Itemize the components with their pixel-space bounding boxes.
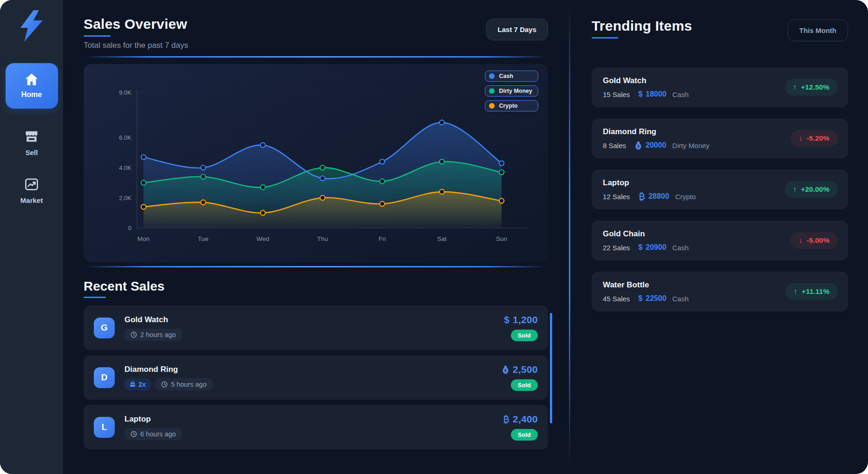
svg-text:2.0K: 2.0K [119, 195, 131, 201]
arrow-up-icon: ↑ [793, 83, 797, 91]
trending-item-meta: 12 Sales 28800 Crypto [603, 192, 696, 201]
bitcoin-icon [638, 192, 645, 201]
trending-amount: $ 18000 [638, 90, 666, 98]
recent-sale-row[interactable]: G Gold Watch 2 hours ago $ 1,200 Sold [84, 305, 548, 350]
svg-text:4.0K: 4.0K [119, 164, 131, 171]
trending-item-info: Water Bottle 45 Sales $ 22500 Cash [603, 280, 689, 303]
sale-item-name: Diamond Ring [124, 365, 502, 374]
change-badge: ↓ -5.20% [790, 130, 838, 147]
trending-item-meta: 22 Sales $ 20900 Cash [603, 243, 689, 252]
sale-info: Laptop 6 hours ago [124, 415, 503, 440]
trending-period-button[interactable]: This Month [788, 19, 848, 41]
trending-item-name: Gold Chain [603, 229, 689, 239]
money-bag-icon: $ [502, 365, 509, 374]
item-avatar: L [94, 417, 115, 438]
svg-text:Tue: Tue [198, 235, 209, 242]
trending-item-row[interactable]: Water Bottle 45 Sales $ 22500 Cash ↑ +11… [592, 272, 848, 312]
trending-item-name: Laptop [603, 178, 696, 188]
svg-text:Mon: Mon [137, 235, 150, 242]
dollar-icon: $ [638, 243, 642, 252]
sidebar-item-market[interactable]: Market [6, 178, 58, 204]
clock-icon [131, 331, 137, 338]
change-badge: ↑ +12.50% [785, 79, 838, 96]
sales-line-chart[interactable]: 02.0K4.0K6.0K9.0KMonTueWedThuFriSatSun [84, 64, 548, 262]
sale-item-name: Laptop [124, 415, 503, 424]
trending-item-row[interactable]: Diamond Ring 8 Sales $ 20000 Dirty Money… [592, 118, 848, 158]
svg-text:9.0K: 9.0K [119, 89, 131, 96]
change-badge: ↑ +20.00% [785, 181, 838, 198]
recent-list-scrollbar[interactable] [550, 313, 552, 423]
sidebar-item-home[interactable]: Home [6, 63, 58, 109]
status-badge: Sold [511, 330, 538, 341]
trending-amount: $ 20900 [638, 243, 666, 252]
trending-item-meta: 45 Sales $ 22500 Cash [603, 294, 689, 303]
trending-item-row[interactable]: Gold Watch 15 Sales $ 18000 Cash ↑ +12.5… [592, 67, 848, 107]
clock-icon [131, 431, 137, 437]
recent-sales-title: Recent Sales [84, 279, 548, 294]
legend-item[interactable]: Dirty Money [485, 85, 538, 97]
time-badge: 5 hours ago [155, 378, 213, 390]
arrow-down-icon: ↓ [799, 134, 803, 143]
sidebar-item-sell[interactable]: Sell [6, 130, 58, 156]
time-badge: 2 hours ago [124, 329, 182, 341]
period-filter-button[interactable]: Last 7 Days [486, 19, 548, 40]
dollar-icon: $ [504, 314, 509, 325]
package-icon [130, 381, 136, 387]
recent-sale-row[interactable]: L Laptop 6 hours ago 2,400 Sold [84, 405, 548, 449]
legend-color-dot [489, 103, 495, 109]
svg-text:$: $ [637, 143, 640, 148]
quantity-badge: 2x [124, 378, 151, 390]
chart-line-icon [25, 178, 39, 191]
main-column: Sales Overview Total sales for the past … [64, 0, 569, 474]
sale-amount: 2,400 [503, 414, 538, 425]
trending-item-name: Water Bottle [603, 280, 689, 290]
dollar-icon: $ [638, 294, 642, 303]
trending-amount: $ 22500 [638, 294, 666, 303]
sales-overview-header: Sales Overview Total sales for the past … [84, 16, 548, 50]
trending-item-row[interactable]: Gold Chain 22 Sales $ 20900 Cash ↓ -5.00… [592, 221, 848, 260]
change-badge: ↓ -5.00% [790, 232, 838, 249]
trending-amount: 28800 [638, 192, 669, 201]
sale-info: Diamond Ring 2x 5 hours ago [124, 365, 502, 390]
chart-top-divider [84, 56, 548, 58]
trending-amount: $ 20000 [634, 141, 666, 150]
trending-item-name: Gold Watch [603, 76, 689, 85]
sale-badges: 2x 5 hours ago [124, 378, 502, 390]
svg-text:Sat: Sat [437, 235, 447, 242]
trending-item-info: Diamond Ring 8 Sales $ 20000 Dirty Money [603, 127, 710, 150]
sales-count: 12 Sales [603, 193, 630, 201]
recent-sale-row[interactable]: D Diamond Ring 2x 5 hours ago $ 2,500 So… [84, 355, 548, 400]
chart-bottom-divider [84, 266, 548, 267]
sale-badges: 2 hours ago [124, 329, 504, 341]
sales-count: 22 Sales [603, 244, 630, 252]
legend-color-dot [489, 73, 495, 79]
recent-sales-accent-underline [84, 297, 106, 298]
svg-text:0: 0 [128, 225, 131, 232]
legend-item[interactable]: Crypto [485, 100, 538, 111]
status-badge: Sold [511, 379, 538, 391]
sidebar-nav: Home Sell Market [6, 43, 58, 204]
svg-text:Thu: Thu [317, 235, 328, 242]
trending-item-info: Laptop 12 Sales 28800 Crypto [603, 178, 696, 201]
sale-value-block: $ 2,500 Sold [502, 364, 538, 391]
storefront-icon [25, 130, 39, 143]
svg-text:6.0K: 6.0K [119, 134, 131, 141]
sidebar: Home Sell Market [0, 0, 64, 474]
page-subtitle: Total sales for the past 7 days [84, 41, 188, 50]
trending-item-name: Diamond Ring [603, 127, 710, 136]
clock-icon [161, 381, 168, 388]
trending-item-row[interactable]: Laptop 12 Sales 28800 Crypto ↑ +20.00% [592, 169, 848, 209]
trending-panel: Trending Items This Month Gold Watch 15 … [570, 0, 868, 474]
trending-accent-underline [592, 37, 618, 39]
legend-item[interactable]: Cash [485, 71, 538, 82]
arrow-up-icon: ↑ [793, 185, 797, 194]
change-badge: ↑ +11.11% [785, 283, 838, 300]
trending-item-meta: 8 Sales $ 20000 Dirty Money [603, 141, 710, 150]
chart-legend: Cash Dirty Money Crypto [485, 71, 538, 111]
currency-label: Cash [672, 295, 689, 303]
currency-label: Dirty Money [672, 142, 710, 149]
svg-text:Fri: Fri [379, 235, 386, 242]
trending-header: Trending Items This Month [592, 18, 848, 41]
svg-text:$: $ [504, 368, 507, 372]
title-accent-underline [84, 35, 111, 37]
